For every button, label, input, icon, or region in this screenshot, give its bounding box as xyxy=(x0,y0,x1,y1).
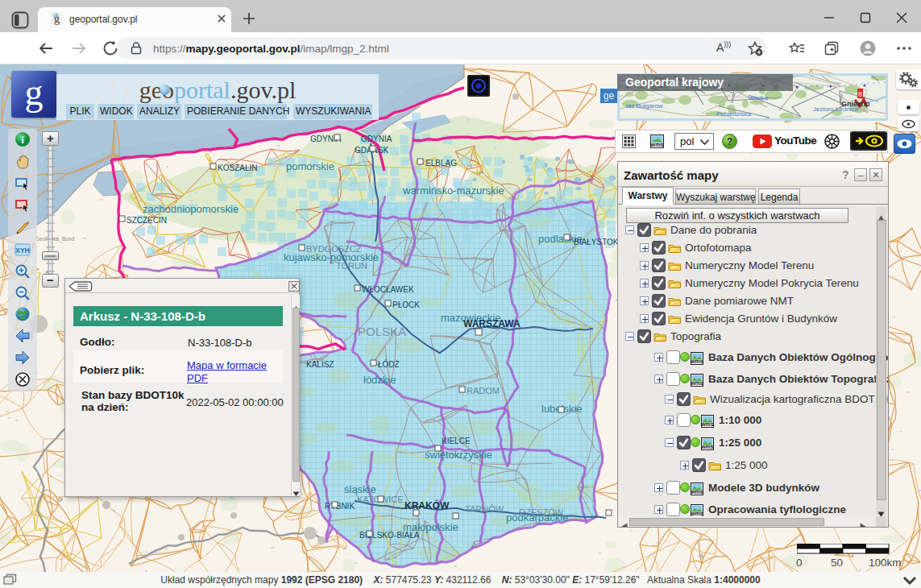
svg-text:RZESZÓW: RZESZÓW xyxy=(519,507,564,517)
svg-text:Jezioro Lednica: Jezioro Lednica xyxy=(813,106,859,113)
svg-text:warmińsko-mazurskie: warmińsko-mazurskie xyxy=(402,184,504,197)
svg-text:?: ? xyxy=(727,136,732,147)
svg-text:wms: wms xyxy=(650,142,663,148)
svg-text:wms: wms xyxy=(691,489,703,495)
svg-text:KALISZ: KALISZ xyxy=(306,360,334,369)
svg-text:PŁOCK: PŁOCK xyxy=(392,300,420,309)
svg-text:RYBNIK: RYBNIK xyxy=(325,502,355,511)
svg-text:KOSZALIN: KOSZALIN xyxy=(218,164,257,172)
svg-text:zachodniopomorskie: zachodniopomorskie xyxy=(143,203,239,215)
svg-text:śląskie: śląskie xyxy=(344,483,376,495)
svg-text:BYDGOSZCZ: BYDGOSZCZ xyxy=(306,244,362,254)
svg-text:XYH: XYH xyxy=(15,246,29,255)
svg-text:BIAŁYSTOK: BIAŁYSTOK xyxy=(574,238,619,246)
svg-text:WŁOCŁAWEK: WŁOCŁAWEK xyxy=(362,285,414,294)
svg-text:Pobiedziska: Pobiedziska xyxy=(716,110,752,118)
svg-text:i: i xyxy=(21,134,24,146)
svg-text:Wielka: Wielka xyxy=(749,94,769,101)
svg-text:ŁÓDŹ: ŁÓDŹ xyxy=(378,359,400,369)
svg-text:las Bułgarów: las Bułgarów xyxy=(626,102,663,110)
svg-text:łódzkie: łódzkie xyxy=(363,374,396,386)
svg-text:8: 8 xyxy=(858,90,862,98)
svg-text:wms: wms xyxy=(701,421,714,427)
svg-text:RADOM: RADOM xyxy=(467,386,500,395)
svg-text:wms: wms xyxy=(691,358,703,364)
svg-text:GDYNIA: GDYNIA xyxy=(361,135,392,143)
svg-text:wms: wms xyxy=(701,444,714,449)
svg-text:KIELCE: KIELCE xyxy=(442,437,471,445)
svg-text:TORUŃ: TORUŃ xyxy=(336,261,367,271)
svg-text:pomorskie: pomorskie xyxy=(286,160,334,172)
svg-text:POLSKA: POLSKA xyxy=(358,325,406,338)
svg-text:KRAKÓW: KRAKÓW xyxy=(404,499,450,511)
svg-text:TARNÓW: TARNÓW xyxy=(465,504,504,514)
svg-text:WARSZAWA: WARSZAWA xyxy=(463,318,521,329)
svg-text:SZCZECIN: SZCZECIN xyxy=(127,216,167,225)
svg-text:wms: wms xyxy=(691,380,703,386)
svg-text:ELBLĄG: ELBLĄG xyxy=(425,159,457,168)
